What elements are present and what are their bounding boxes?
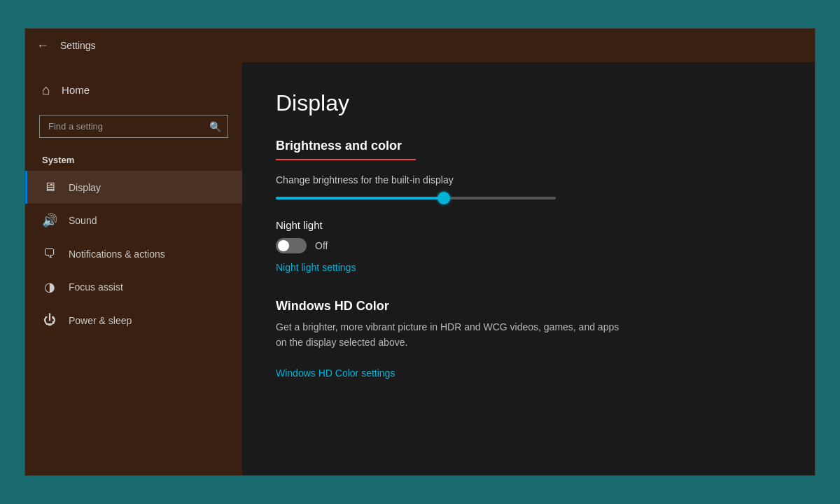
brightness-slider-track[interactable]: [276, 197, 556, 200]
search-container: 🔍: [39, 115, 228, 138]
sidebar-item-home[interactable]: ⌂ Home: [25, 74, 242, 106]
page-title: Display: [276, 90, 781, 116]
slider-fill: [276, 197, 444, 200]
search-input[interactable]: [39, 115, 228, 138]
night-light-section: Night light Off Night light settings: [276, 219, 781, 274]
night-light-label: Night light: [276, 219, 781, 231]
section-label: System: [25, 146, 242, 171]
night-light-toggle[interactable]: [276, 238, 307, 253]
brightness-heading: Brightness and color: [276, 139, 781, 153]
focus-icon: ◑: [42, 279, 57, 295]
nav-display-label: Display: [69, 182, 101, 193]
notifications-icon: 🗨: [42, 246, 57, 261]
hd-color-heading: Windows HD Color: [276, 299, 781, 314]
home-icon: ⌂: [42, 82, 50, 98]
sound-icon: 🔊: [42, 213, 57, 228]
sidebar-item-notifications[interactable]: 🗨 Notifications & actions: [25, 237, 242, 270]
slider-thumb[interactable]: [438, 192, 450, 204]
hd-color-section: Windows HD Color Get a brighter, more vi…: [276, 299, 781, 379]
section-divider: [276, 159, 416, 160]
nav-power-label: Power & sleep: [69, 315, 132, 326]
brightness-slider-container: [276, 197, 781, 200]
nav-sound-label: Sound: [69, 215, 97, 226]
display-icon: 🖥: [42, 180, 57, 195]
night-light-status: Off: [315, 240, 328, 251]
power-icon: ⏻: [42, 313, 57, 328]
window-content: ⌂ Home 🔍 System 🖥 Display 🔊 Sound 🗨 N: [25, 62, 815, 475]
home-label: Home: [62, 84, 90, 96]
sidebar-item-focus[interactable]: ◑ Focus assist: [25, 270, 242, 304]
titlebar: ← Settings: [25, 29, 815, 62]
sidebar: ⌂ Home 🔍 System 🖥 Display 🔊 Sound 🗨 N: [25, 62, 242, 475]
nav-notifications-label: Notifications & actions: [69, 248, 165, 260]
hd-color-description: Get a brighter, more vibrant picture in …: [276, 319, 626, 351]
settings-window: ← Settings ⌂ Home 🔍 System 🖥 Display: [24, 28, 816, 476]
hd-color-settings-link[interactable]: Windows HD Color settings: [276, 368, 395, 379]
night-light-settings-link[interactable]: Night light settings: [276, 262, 356, 273]
toggle-knob: [278, 240, 289, 251]
window-title: Settings: [60, 40, 96, 51]
brightness-description: Change brightness for the built-in displ…: [276, 174, 781, 186]
main-content: Display Brightness and color Change brig…: [242, 62, 815, 475]
night-light-toggle-row: Off: [276, 238, 781, 253]
brightness-section: Brightness and color Change brightness f…: [276, 139, 781, 200]
nav-focus-label: Focus assist: [69, 281, 123, 293]
sidebar-item-power[interactable]: ⏻ Power & sleep: [25, 304, 242, 337]
sidebar-item-display[interactable]: 🖥 Display: [25, 171, 242, 204]
sidebar-item-sound[interactable]: 🔊 Sound: [25, 204, 242, 237]
back-button[interactable]: ←: [36, 38, 49, 53]
